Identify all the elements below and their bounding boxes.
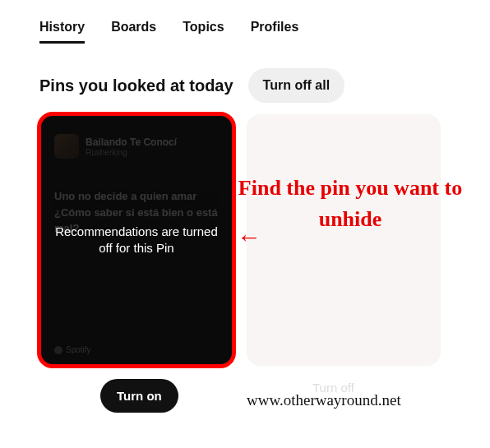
pin-thumbnail — [54, 134, 79, 159]
tabs-bar: History Boards Topics Profiles — [0, 0, 490, 53]
section-title: Pins you looked at today — [39, 76, 233, 95]
pin-track-title: Bailando Te Conocí — [86, 136, 177, 148]
pin-card[interactable]: Bailando Te Conocí Rusherking Uno no dec… — [39, 114, 233, 366]
tab-history[interactable]: History — [39, 20, 85, 44]
spotify-icon — [54, 346, 62, 354]
recommendations-off-overlay: Recommendations are turned off for this … — [51, 224, 222, 257]
turn-on-button[interactable]: Turn on — [100, 379, 178, 413]
section-header: Pins you looked at today Turn off all — [0, 53, 490, 114]
turn-off-all-button[interactable]: Turn off all — [248, 68, 344, 103]
annotation-text: Find the pin you want to unhide — [235, 173, 465, 234]
spotify-label: Spotify — [66, 345, 91, 354]
pin-quote-line: Uno no decide a quien amar — [54, 188, 219, 205]
tab-profiles[interactable]: Profiles — [251, 20, 299, 44]
tab-topics[interactable]: Topics — [183, 20, 224, 44]
pin-card[interactable] — [247, 114, 441, 366]
pin-header: Bailando Te Conocí Rusherking — [39, 114, 233, 167]
pin-track-artist: Rusherking — [86, 148, 177, 157]
pin-track-info: Bailando Te Conocí Rusherking — [86, 136, 177, 157]
watermark: www.otherwayround.net — [247, 391, 401, 409]
tab-boards[interactable]: Boards — [111, 20, 156, 44]
pin-footer: Spotify — [54, 345, 91, 354]
spotify-badge: Spotify — [54, 345, 91, 354]
